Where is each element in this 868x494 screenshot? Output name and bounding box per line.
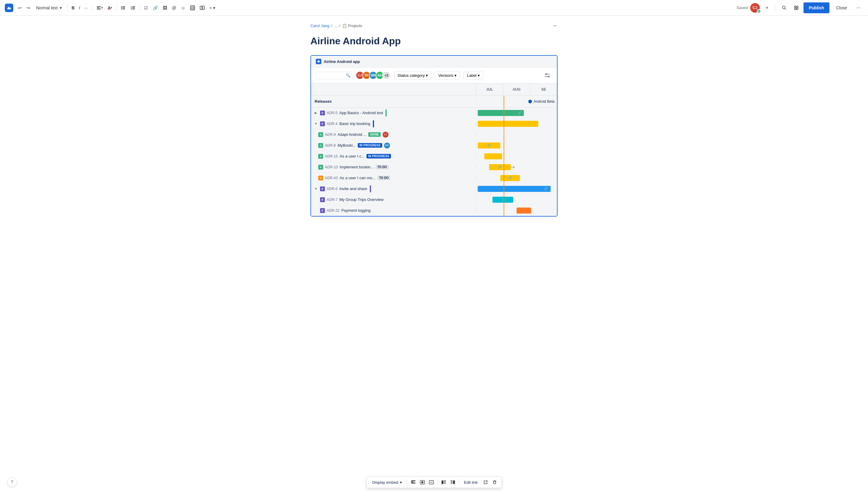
expand-width-button[interactable]: ↔ — [553, 23, 558, 28]
avatar-badge: C — [757, 9, 761, 13]
undo-button[interactable]: ↩ — [16, 3, 23, 13]
text-style-dropdown[interactable]: Normal text ▾ — [33, 3, 65, 13]
accent-bar — [386, 109, 387, 117]
embed-header: Airline Android app — [311, 56, 557, 68]
gantt-bar[interactable]: 🔗 — [478, 110, 524, 116]
gantt-bar[interactable] — [478, 121, 538, 127]
item-name[interactable]: As a user I can mo... — [340, 176, 375, 180]
gantt-bar[interactable] — [493, 197, 514, 203]
publish-button[interactable]: Publish — [804, 2, 830, 13]
saved-status: Saved — [737, 5, 748, 10]
align-button[interactable]: ▾ — [95, 3, 105, 13]
separator-1 — [67, 5, 68, 11]
item-name[interactable]: Basic trip booking — [339, 121, 370, 126]
redo-button[interactable]: ↪ — [25, 3, 32, 13]
svg-point-3 — [121, 6, 122, 7]
text-color-button[interactable]: A ▾ — [106, 3, 114, 13]
filter-bar: 🔍 CJ TK MR AK +2 Status category ▾ Versi… — [311, 68, 557, 83]
jira-icon — [316, 59, 321, 64]
svg-rect-24 — [794, 6, 796, 7]
item-key: ADR-4 — [327, 122, 337, 126]
link-icon: 🔗 — [487, 144, 491, 147]
breadcrumb-section[interactable]: 📋 Projects — [342, 23, 362, 28]
item-name[interactable]: Adapt Android ... — [337, 132, 367, 137]
italic-button[interactable]: I — [77, 3, 82, 13]
close-button[interactable]: Close — [832, 2, 851, 13]
task-list-button[interactable]: ☑ — [142, 3, 150, 13]
breadcrumb-sep1: / — [331, 23, 332, 28]
breadcrumb-ellipsis[interactable]: ... — [334, 23, 337, 28]
item-name[interactable]: My Group Trips Overview — [339, 197, 384, 202]
image-button[interactable]: 🖼 — [161, 3, 169, 13]
gantt-cell-left: ▶ E ADR-5 App Basics - Android test — [311, 109, 476, 117]
separator-3 — [116, 5, 117, 11]
more-options-button[interactable]: ··· — [853, 3, 863, 13]
versions-filter[interactable]: Versions ▾ — [435, 71, 460, 79]
gantt-bar[interactable]: 🔗 — [478, 142, 500, 149]
avatar-count[interactable]: +2 — [382, 71, 391, 79]
add-collaborator-button[interactable]: + — [762, 3, 772, 13]
svg-point-7 — [121, 8, 122, 10]
gantt-bar[interactable]: 🔗 — [489, 164, 511, 170]
epic-icon: E — [320, 111, 325, 115]
search-button[interactable] — [779, 3, 789, 13]
user-avatar-button[interactable]: CJ C — [750, 3, 760, 13]
gantt-cell-right: 🔗 — [476, 108, 557, 118]
table-row: S ADR-15 As a user I c... IN PROGRESS — [311, 151, 557, 162]
item-name[interactable]: MyBooki... — [337, 143, 356, 148]
table-button[interactable] — [188, 3, 197, 13]
more-formatting-button[interactable]: ··· — [82, 3, 90, 13]
gantt-bar[interactable] — [517, 208, 531, 213]
svg-rect-1 — [97, 7, 100, 8]
page-title: Airline Android App — [310, 36, 558, 47]
releases-label: Releases — [311, 99, 476, 103]
gantt-bar[interactable]: 🔗 — [500, 175, 520, 181]
mention-button[interactable]: @ — [170, 3, 178, 13]
link-button[interactable]: 🔗 — [151, 3, 160, 13]
main-toolbar: ↩ ↪ Normal text ▾ B I ··· ▾ A ▾ 1. — [0, 0, 868, 16]
expand-arrow[interactable]: ▼ — [313, 187, 318, 191]
avatars-group: CJ TK MR AK +2 — [356, 71, 391, 79]
item-key: ADR-5 — [327, 111, 337, 115]
epic-icon: E — [320, 187, 325, 191]
label-filter[interactable]: Label ▾ — [464, 71, 483, 79]
status-category-filter[interactable]: Status category ▾ — [394, 71, 431, 79]
epic-icon: E — [320, 208, 325, 213]
emoji-button[interactable]: ☺ — [179, 3, 187, 13]
story-icon: S — [318, 132, 323, 137]
item-name[interactable]: Payment logging — [341, 208, 371, 213]
bullet-list-button[interactable] — [119, 3, 128, 13]
status-badge: TO DO — [375, 165, 388, 169]
text-style-label: Normal text — [36, 5, 58, 10]
svg-rect-2 — [97, 9, 101, 10]
insert-more-button[interactable]: + ▾ — [208, 3, 217, 13]
release-name: Android Beta — [534, 99, 555, 103]
today-line — [504, 151, 504, 162]
gantt-cell-left: S ADR-15 As a user I c... IN PROGRESS — [311, 154, 476, 159]
today-line — [504, 173, 504, 183]
gantt-bar[interactable] — [484, 153, 502, 159]
item-name[interactable]: App Basics - Android test — [339, 111, 383, 115]
item-key: ADR-7 — [327, 197, 337, 202]
numbered-list-button[interactable]: 1. 2. 3. — [129, 3, 137, 13]
app-logo[interactable] — [5, 4, 13, 12]
svg-text:3.: 3. — [131, 8, 132, 10]
page-content: Carol Jang / ... / 📋 Projects ↔ Airline … — [298, 16, 570, 224]
search-box[interactable]: 🔍 — [316, 72, 352, 79]
item-name[interactable]: Implement bookin... — [340, 165, 374, 169]
gantt-bar[interactable]: 🔗 — [478, 186, 550, 192]
bold-button[interactable]: B — [70, 3, 77, 13]
item-name[interactable]: Invite and share — [339, 187, 367, 191]
item-key: ADR-6 — [327, 187, 337, 191]
expand-arrow[interactable]: ▶ — [313, 111, 318, 115]
filter-settings-button[interactable] — [542, 71, 552, 80]
expand-arrow[interactable]: ▼ — [313, 121, 318, 126]
breadcrumb-author[interactable]: Carol Jang — [310, 23, 329, 28]
columns-button[interactable] — [198, 3, 206, 13]
item-name[interactable]: As a user I c... — [340, 154, 365, 158]
no-distract-button[interactable] — [791, 3, 801, 13]
svg-rect-10 — [132, 6, 135, 7]
search-input[interactable] — [318, 73, 346, 78]
gantt-cell-left: E ADR-22 Payment logging — [311, 208, 476, 213]
today-line — [504, 140, 504, 151]
